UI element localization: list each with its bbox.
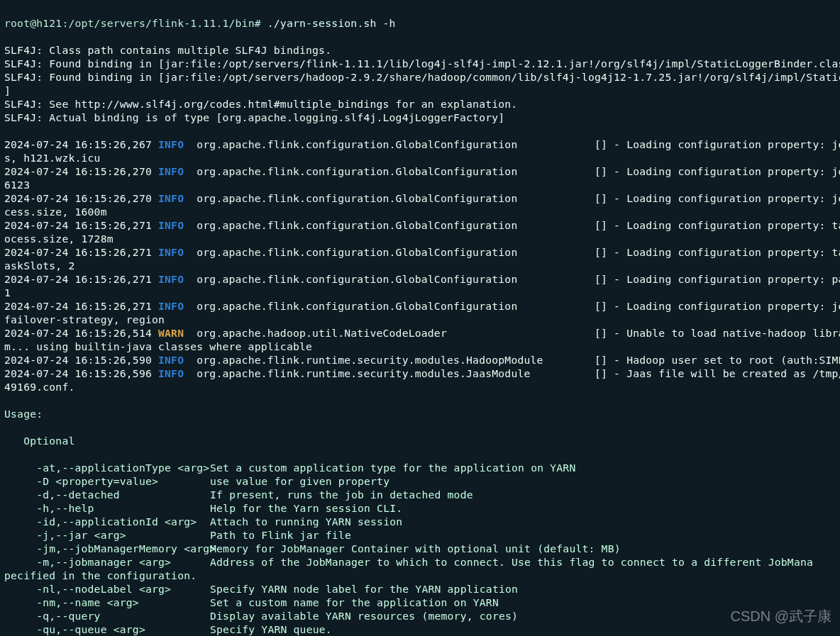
slf4j-line: SLF4J: Actual binding is of type [org.ap… — [4, 111, 836, 124]
log-continuation: 1 — [4, 286, 836, 299]
option-description: Help for the Yarn session CLI. — [210, 502, 402, 514]
log-level: WARN — [158, 327, 184, 339]
option-flag: -q,--query — [4, 609, 210, 623]
log-timestamp: 2024-07-24 16:15:26,271 — [4, 246, 158, 258]
option-flag: -id,--applicationId <arg> — [4, 515, 210, 528]
option-flag: -h,--help — [4, 501, 210, 515]
log-timestamp: 2024-07-24 16:15:26,590 — [4, 354, 158, 366]
option-flag: -d,--detached — [4, 488, 210, 501]
usage-option: pecified in the configuration. — [4, 569, 836, 582]
option-description: Attach to running YARN session — [210, 515, 402, 528]
log-logger: org.apache.flink.configuration.GlobalCon… — [184, 273, 840, 285]
option-flag: -j,--jar <arg> — [4, 528, 210, 542]
log-line: 2024-07-24 16:15:26,271 INFO org.apache.… — [4, 245, 836, 259]
log-line: 2024-07-24 16:15:26,596 INFO org.apache.… — [4, 367, 836, 380]
log-level: INFO — [158, 219, 184, 231]
slf4j-line: SLF4J: Class path contains multiple SLF4… — [4, 43, 836, 57]
log-continuation: failover-strategy, region — [4, 313, 836, 326]
log-line: 2024-07-24 16:15:26,271 INFO org.apache.… — [4, 272, 836, 286]
log-line: 2024-07-24 16:15:26,271 INFO org.apache.… — [4, 299, 836, 313]
usage-option: -q,--query Display available YARN resour… — [4, 609, 836, 623]
log-timestamp: 2024-07-24 16:15:26,596 — [4, 367, 158, 379]
usage-option: -d,--detached If present, runs the job i… — [4, 488, 836, 501]
log-logger: org.apache.flink.runtime.security.module… — [184, 354, 840, 366]
slf4j-line: ] — [4, 84, 836, 97]
log-level: INFO — [158, 354, 184, 366]
log-logger: org.apache.flink.configuration.GlobalCon… — [184, 300, 840, 312]
usage-option: -qu,--queue <arg> Specify YARN queue. — [4, 623, 836, 636]
log-level: INFO — [158, 367, 184, 379]
log-continuation: s, h121.wzk.icu — [4, 151, 836, 164]
option-description: Address of the JobManager to which to co… — [210, 556, 813, 568]
option-flag: -qu,--queue <arg> — [4, 623, 210, 636]
terminal[interactable]: root@h121:/opt/servers/flink-1.11.1/bin#… — [0, 0, 840, 636]
log-timestamp: 2024-07-24 16:15:26,514 — [4, 327, 158, 339]
option-flag: -D <property=value> — [4, 474, 210, 488]
slf4j-line: SLF4J: Found binding in [jar:file:/opt/s… — [4, 70, 836, 84]
log-continuation: 49169.conf. — [4, 380, 836, 394]
log-timestamp: 2024-07-24 16:15:26,270 — [4, 192, 158, 204]
log-logger: org.apache.flink.configuration.GlobalCon… — [184, 192, 840, 204]
log-timestamp: 2024-07-24 16:15:26,270 — [4, 165, 158, 177]
option-flag: -at,--applicationType <arg> — [4, 461, 210, 474]
log-continuation: ocess.size, 1728m — [4, 232, 836, 245]
option-description: Path to Flink jar file — [210, 529, 351, 541]
usage-option: -nl,--nodeLabel <arg> Specify YARN node … — [4, 582, 836, 596]
usage-option: -j,--jar <arg> Path to Flink jar file — [4, 528, 836, 542]
prompt-line: root@h121:/opt/servers/flink-1.11.1/bin#… — [4, 16, 836, 30]
log-line: 2024-07-24 16:15:26,270 INFO org.apache.… — [4, 164, 836, 178]
usage-option: -h,--help Help for the Yarn session CLI. — [4, 501, 836, 515]
option-description: use value for given property — [210, 475, 389, 487]
log-level: INFO — [158, 273, 184, 285]
option-description: If present, runs the job in detached mod… — [210, 489, 473, 501]
slf4j-block: SLF4J: Class path contains multiple SLF4… — [4, 43, 836, 124]
usage-option: -id,--applicationId <arg> Attach to runn… — [4, 515, 836, 528]
log-line: 2024-07-24 16:15:26,267 INFO org.apache.… — [4, 138, 836, 151]
prompt-cwd: /opt/servers/flink-1.11.1/bin — [68, 17, 254, 29]
log-level: INFO — [158, 138, 184, 150]
log-logger: org.apache.flink.configuration.GlobalCon… — [184, 138, 840, 150]
log-timestamp: 2024-07-24 16:15:26,271 — [4, 219, 158, 231]
log-continuation: m... using builtin-java classes where ap… — [4, 340, 836, 353]
option-description: Set a custom application type for the ap… — [210, 462, 575, 474]
log-logger: org.apache.flink.runtime.security.module… — [184, 367, 840, 379]
log-level: INFO — [158, 300, 184, 312]
log-continuation: askSlots, 2 — [4, 259, 836, 272]
log-logger: org.apache.flink.configuration.GlobalCon… — [184, 246, 840, 258]
option-description: Set a custom name for the application on… — [210, 596, 499, 608]
log-timestamp: 2024-07-24 16:15:26,267 — [4, 138, 158, 150]
log-line: 2024-07-24 16:15:26,514 WARN org.apache.… — [4, 326, 836, 340]
log-line: 2024-07-24 16:15:26,590 INFO org.apache.… — [4, 353, 836, 367]
usage-header: Usage: — [4, 407, 836, 420]
usage-options: -at,--applicationType <arg> Set a custom… — [4, 461, 836, 636]
slf4j-line: SLF4J: Found binding in [jar:file:/opt/s… — [4, 57, 836, 70]
option-flag: -nm,--name <arg> — [4, 596, 210, 609]
logs-block: 2024-07-24 16:15:26,267 INFO org.apache.… — [4, 138, 836, 394]
slf4j-line: SLF4J: See http://www.slf4j.org/codes.ht… — [4, 97, 836, 111]
log-logger: org.apache.flink.configuration.GlobalCon… — [184, 219, 840, 231]
option-flag: -m,--jobmanager <arg> — [4, 555, 210, 569]
log-timestamp: 2024-07-24 16:15:26,271 — [4, 273, 158, 285]
option-description: Specify YARN queue. — [210, 623, 332, 635]
log-line: 2024-07-24 16:15:26,271 INFO org.apache.… — [4, 218, 836, 232]
log-level: INFO — [158, 192, 184, 204]
log-logger: org.apache.flink.configuration.GlobalCon… — [184, 165, 840, 177]
log-timestamp: 2024-07-24 16:15:26,271 — [4, 300, 158, 312]
usage-option: -D <property=value> use value for given … — [4, 474, 836, 488]
log-logger: org.apache.hadoop.util.NativeCodeLoader … — [184, 327, 840, 339]
option-flag: -nl,--nodeLabel <arg> — [4, 582, 210, 596]
log-level: INFO — [158, 165, 184, 177]
log-continuation: 6123 — [4, 178, 836, 191]
prompt-user: root@h121 — [4, 17, 62, 29]
option-description: Specify YARN node label for the YARN app… — [210, 583, 518, 595]
usage-option: -at,--applicationType <arg> Set a custom… — [4, 461, 836, 474]
log-level: INFO — [158, 246, 184, 258]
usage-option: -jm,--jobManagerMemory <arg> Memory for … — [4, 542, 836, 555]
usage-option: -nm,--name <arg> Set a custom name for t… — [4, 596, 836, 609]
option-flag: -jm,--jobManagerMemory <arg> — [4, 542, 210, 555]
usage-section: Optional — [4, 434, 836, 447]
option-description: Display available YARN resources (memory… — [210, 610, 518, 622]
prompt-command: ./yarn-session.sh -h — [267, 17, 396, 29]
usage-option: -m,--jobmanager <arg> Address of the Job… — [4, 555, 836, 569]
option-description: Memory for JobManager Container with opt… — [210, 542, 621, 554]
